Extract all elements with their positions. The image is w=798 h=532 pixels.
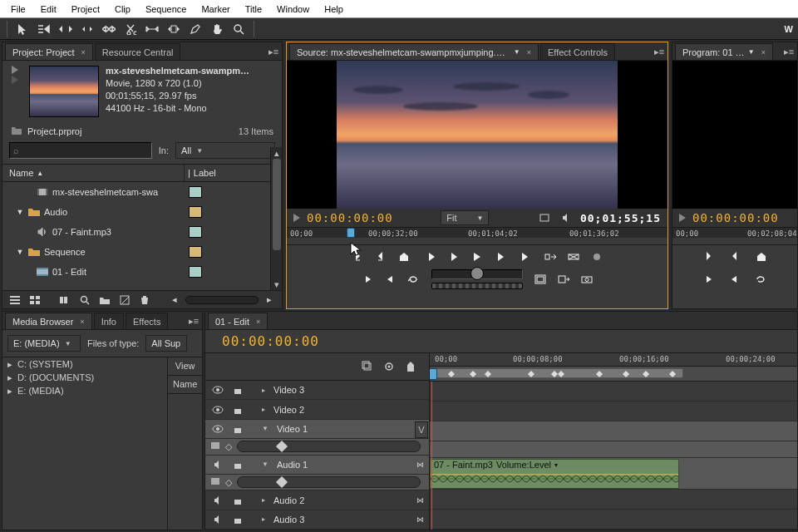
video1-keyframe-row[interactable]: ◇: [205, 439, 429, 455]
timeline-track-a2[interactable]: [430, 490, 797, 510]
tab-effects[interactable]: Effects: [126, 313, 168, 329]
tab-info[interactable]: Info: [94, 313, 124, 329]
timeline-track-a1[interactable]: 07 - Faint.mp3 Volume:Level▾: [430, 458, 797, 490]
menu-project[interactable]: Project: [64, 0, 107, 18]
lock-icon[interactable]: [230, 458, 245, 471]
twisty-icon[interactable]: ▼: [16, 248, 24, 256]
go-prev-marker-icon[interactable]: [699, 271, 717, 288]
program-preview[interactable]: [672, 61, 797, 209]
program-time-ruler[interactable]: 00;00 00;02;08;04: [672, 227, 797, 245]
find-icon[interactable]: [76, 293, 94, 308]
tab-resource-central[interactable]: Resource Central: [95, 43, 181, 60]
audio1-keyframe-row[interactable]: ◇: [205, 475, 429, 490]
menu-title[interactable]: Title: [238, 0, 269, 18]
scroll-right-icon[interactable]: ▸: [260, 293, 278, 308]
step-forward-icon[interactable]: [491, 249, 510, 265]
go-prev-marker-icon[interactable]: [358, 271, 377, 288]
timeline-audio-clip[interactable]: 07 - Faint.mp3 Volume:Level▾: [430, 459, 679, 489]
keyframe-mode-icon[interactable]: ◇: [225, 441, 232, 452]
source-playhead[interactable]: [345, 228, 357, 244]
mark-out-icon[interactable]: [372, 249, 390, 265]
timeline-timecode[interactable]: 00:00:00:00: [222, 333, 319, 349]
column-view[interactable]: View: [168, 357, 202, 376]
track-select-tool[interactable]: [34, 20, 54, 38]
export-frame-icon[interactable]: [588, 249, 606, 265]
drive-item[interactable]: ▸C: (SYSTEM): [2, 357, 167, 371]
play-icon[interactable]: [468, 249, 486, 265]
eye-icon[interactable]: [210, 422, 225, 436]
track-output-icon[interactable]: [210, 441, 220, 451]
tab-program[interactable]: Program: 01 - Edit▼×: [675, 43, 773, 60]
rolling-edit-tool[interactable]: [77, 20, 97, 38]
track-header-video3[interactable]: ▸Video 3: [205, 381, 429, 400]
snapshot-icon[interactable]: [578, 271, 596, 288]
label-swatch[interactable]: [189, 246, 202, 258]
source-time-ruler[interactable]: 00;00 00;00;32;00 00;01;04;02 00;01;36;0…: [287, 227, 667, 245]
track-header-video2[interactable]: ▸Video 2: [205, 400, 429, 419]
go-to-in-icon[interactable]: [421, 249, 440, 265]
shuttle-slider[interactable]: [431, 283, 523, 289]
source-preview[interactable]: [287, 61, 667, 209]
keyframe-mode-icon[interactable]: ◇: [225, 477, 232, 488]
go-next-marker-icon[interactable]: [726, 271, 744, 288]
marker-bar-icon[interactable]: [402, 359, 419, 374]
step-back-icon[interactable]: [445, 249, 463, 265]
drive-item[interactable]: ▸D: (DOCUMENTS): [2, 371, 167, 384]
ripple-edit-tool[interactable]: [56, 20, 76, 38]
label-swatch[interactable]: [189, 186, 202, 198]
linked-selection-icon[interactable]: [381, 359, 397, 374]
close-icon[interactable]: ×: [256, 318, 260, 326]
tree-item[interactable]: 01 - Edit: [2, 262, 282, 282]
column-name[interactable]: Name▲: [2, 168, 50, 178]
delete-icon[interactable]: [135, 293, 154, 308]
menu-sequence[interactable]: Sequence: [138, 0, 195, 18]
source-in-timecode[interactable]: 00:00:00:00: [307, 211, 393, 224]
new-bin-icon[interactable]: [96, 293, 114, 308]
lock-icon[interactable]: [230, 494, 245, 507]
audio-icon[interactable]: [559, 211, 574, 224]
timeline-playhead[interactable]: [431, 382, 432, 530]
new-item-icon[interactable]: [116, 293, 134, 308]
close-icon[interactable]: ×: [527, 48, 531, 57]
icon-view-icon[interactable]: [26, 293, 44, 308]
go-to-out-icon[interactable]: [515, 249, 533, 265]
output-settings-icon[interactable]: [554, 271, 573, 288]
close-icon[interactable]: ×: [761, 48, 766, 57]
tree-item[interactable]: mx-steveshelmetcam-swa: [2, 182, 282, 202]
list-view-icon[interactable]: [6, 293, 24, 308]
tab-timeline-sequence[interactable]: 01 - Edit×: [208, 313, 268, 329]
overwrite-icon[interactable]: [564, 249, 583, 265]
video-source-patch[interactable]: V: [415, 421, 428, 438]
snap-icon[interactable]: [359, 359, 376, 374]
drive-dropdown[interactable]: E: (MEDIA)▼: [7, 335, 81, 352]
tree-folder[interactable]: ▼ Audio: [2, 202, 282, 222]
zoom-tool[interactable]: [229, 20, 249, 38]
lock-icon[interactable]: [230, 383, 245, 397]
timeline-track-v3[interactable]: [430, 382, 797, 401]
mark-out-icon[interactable]: [726, 249, 744, 265]
automate-to-sequence-icon[interactable]: [56, 293, 74, 308]
track-header-video1[interactable]: ▼Video 1: [205, 420, 429, 439]
twisty-icon[interactable]: ▼: [16, 208, 24, 216]
pen-tool[interactable]: [185, 20, 205, 38]
speaker-icon[interactable]: [210, 458, 225, 471]
column-name[interactable]: Name: [168, 376, 202, 394]
marker-icon[interactable]: [752, 249, 771, 265]
menu-file[interactable]: File: [3, 0, 33, 18]
timeline-ruler[interactable]: 00;00 00;00;08;00 00;00;16;00 00;00;24;0…: [430, 353, 797, 367]
fit-dropdown[interactable]: Fit▼: [441, 210, 489, 225]
in-filter-dropdown[interactable]: All▼: [175, 142, 275, 159]
drive-item[interactable]: ▸E: (MEDIA): [2, 384, 167, 397]
go-next-marker-icon[interactable]: [382, 271, 400, 288]
track-header-audio2[interactable]: ▸Audio 2 ⋈: [205, 490, 429, 510]
speaker-icon[interactable]: [210, 494, 225, 507]
close-icon[interactable]: ×: [80, 318, 84, 326]
label-swatch[interactable]: [189, 226, 202, 238]
lock-icon[interactable]: [230, 403, 245, 416]
timeline-work-area-bar[interactable]: [430, 367, 797, 382]
play-preview-icon[interactable]: [12, 66, 18, 74]
timeline-track-v1[interactable]: [430, 421, 797, 441]
eye-icon[interactable]: [210, 383, 225, 397]
menu-clip[interactable]: Clip: [107, 0, 138, 18]
output-icon[interactable]: [537, 211, 552, 224]
